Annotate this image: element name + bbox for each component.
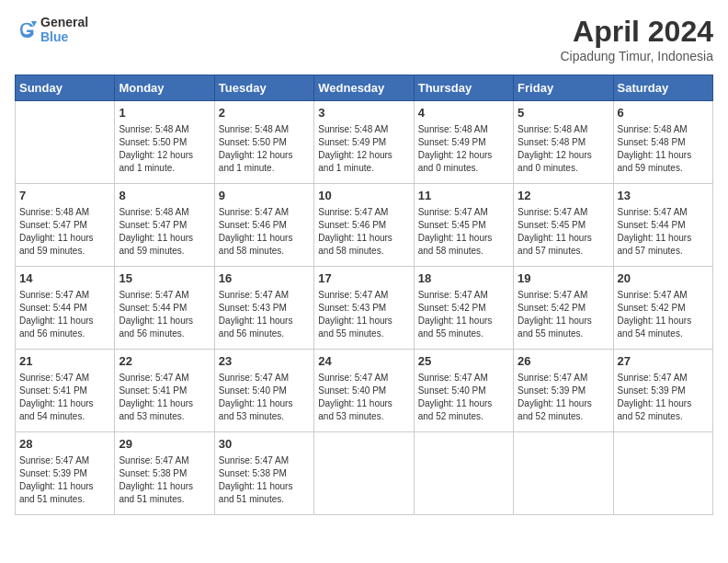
weekday-header-cell: Thursday (414, 75, 513, 101)
page-header: General Blue April 2024 Cipadung Timur, … (15, 15, 713, 63)
day-info: Sunrise: 5:48 AM Sunset: 5:49 PM Dayligh… (418, 123, 509, 175)
calendar-day-cell: 7Sunrise: 5:48 AM Sunset: 5:47 PM Daylig… (16, 184, 115, 267)
calendar-day-cell: 2Sunrise: 5:48 AM Sunset: 5:50 PM Daylig… (214, 101, 313, 184)
weekday-header-cell: Friday (514, 75, 613, 101)
day-number: 11 (418, 188, 509, 204)
calendar-table: SundayMondayTuesdayWednesdayThursdayFrid… (15, 75, 713, 515)
calendar-week-row: 1Sunrise: 5:48 AM Sunset: 5:50 PM Daylig… (16, 101, 713, 184)
calendar-day-cell: 26Sunrise: 5:47 AM Sunset: 5:39 PM Dayli… (514, 350, 613, 432)
location: Cipadung Timur, Indonesia (560, 49, 713, 63)
day-info: Sunrise: 5:48 AM Sunset: 5:49 PM Dayligh… (318, 123, 409, 175)
weekday-header-cell: Monday (115, 75, 214, 101)
weekday-header-cell: Wednesday (314, 75, 414, 101)
day-info: Sunrise: 5:47 AM Sunset: 5:46 PM Dayligh… (318, 206, 409, 258)
day-info: Sunrise: 5:47 AM Sunset: 5:43 PM Dayligh… (318, 289, 409, 340)
day-number: 4 (418, 105, 509, 121)
day-info: Sunrise: 5:47 AM Sunset: 5:41 PM Dayligh… (119, 372, 210, 423)
day-number: 30 (219, 436, 310, 453)
day-number: 18 (418, 270, 509, 287)
calendar-day-cell: 4Sunrise: 5:48 AM Sunset: 5:49 PM Daylig… (414, 101, 513, 184)
calendar-day-cell: 13Sunrise: 5:47 AM Sunset: 5:44 PM Dayli… (613, 184, 712, 267)
calendar-day-cell: 23Sunrise: 5:47 AM Sunset: 5:40 PM Dayli… (214, 350, 313, 432)
day-number: 25 (418, 353, 509, 370)
calendar-day-cell (613, 432, 712, 515)
calendar-day-cell: 3Sunrise: 5:48 AM Sunset: 5:49 PM Daylig… (314, 101, 414, 184)
calendar-day-cell: 27Sunrise: 5:47 AM Sunset: 5:39 PM Dayli… (613, 350, 712, 432)
day-info: Sunrise: 5:47 AM Sunset: 5:43 PM Dayligh… (219, 289, 310, 340)
day-number: 15 (119, 270, 210, 287)
day-number: 14 (19, 270, 110, 287)
day-number: 21 (19, 353, 110, 370)
day-number: 6 (618, 105, 709, 121)
day-info: Sunrise: 5:47 AM Sunset: 5:38 PM Dayligh… (119, 454, 210, 506)
calendar-day-cell: 10Sunrise: 5:47 AM Sunset: 5:46 PM Dayli… (314, 184, 414, 267)
day-number: 20 (618, 270, 709, 287)
calendar-day-cell: 1Sunrise: 5:48 AM Sunset: 5:50 PM Daylig… (115, 101, 214, 184)
day-info: Sunrise: 5:47 AM Sunset: 5:41 PM Dayligh… (19, 372, 110, 423)
day-info: Sunrise: 5:48 AM Sunset: 5:47 PM Dayligh… (119, 206, 210, 258)
calendar-day-cell: 15Sunrise: 5:47 AM Sunset: 5:44 PM Dayli… (115, 267, 214, 350)
day-number: 23 (219, 353, 310, 370)
calendar-day-cell: 19Sunrise: 5:47 AM Sunset: 5:42 PM Dayli… (514, 267, 613, 350)
calendar-day-cell: 22Sunrise: 5:47 AM Sunset: 5:41 PM Dayli… (115, 350, 214, 432)
calendar-day-cell: 24Sunrise: 5:47 AM Sunset: 5:40 PM Dayli… (314, 350, 414, 432)
day-info: Sunrise: 5:47 AM Sunset: 5:39 PM Dayligh… (518, 372, 609, 423)
day-number: 3 (318, 105, 409, 121)
logo-text: General Blue (40, 15, 88, 44)
day-number: 22 (119, 353, 210, 370)
day-number: 19 (518, 270, 609, 287)
day-number: 13 (618, 188, 709, 204)
day-number: 16 (219, 270, 310, 287)
day-number: 28 (19, 436, 110, 453)
day-info: Sunrise: 5:48 AM Sunset: 5:50 PM Dayligh… (119, 123, 210, 175)
calendar-day-cell: 14Sunrise: 5:47 AM Sunset: 5:44 PM Dayli… (16, 267, 115, 350)
calendar-week-row: 28Sunrise: 5:47 AM Sunset: 5:39 PM Dayli… (16, 432, 713, 515)
day-number: 10 (318, 188, 409, 204)
day-number: 26 (518, 353, 609, 370)
calendar-day-cell: 17Sunrise: 5:47 AM Sunset: 5:43 PM Dayli… (314, 267, 414, 350)
calendar-week-row: 21Sunrise: 5:47 AM Sunset: 5:41 PM Dayli… (16, 350, 713, 432)
day-info: Sunrise: 5:47 AM Sunset: 5:45 PM Dayligh… (418, 206, 509, 258)
weekday-header-cell: Sunday (16, 75, 115, 101)
day-info: Sunrise: 5:48 AM Sunset: 5:48 PM Dayligh… (518, 123, 609, 175)
calendar-day-cell: 30Sunrise: 5:47 AM Sunset: 5:38 PM Dayli… (214, 432, 313, 515)
day-info: Sunrise: 5:48 AM Sunset: 5:47 PM Dayligh… (19, 206, 110, 258)
logo-icon (15, 18, 37, 40)
day-info: Sunrise: 5:47 AM Sunset: 5:44 PM Dayligh… (119, 289, 210, 340)
day-info: Sunrise: 5:47 AM Sunset: 5:42 PM Dayligh… (518, 289, 609, 340)
day-info: Sunrise: 5:47 AM Sunset: 5:40 PM Dayligh… (219, 372, 310, 423)
day-info: Sunrise: 5:47 AM Sunset: 5:45 PM Dayligh… (518, 206, 609, 258)
day-number: 29 (119, 436, 210, 453)
day-info: Sunrise: 5:47 AM Sunset: 5:44 PM Dayligh… (618, 206, 709, 258)
day-info: Sunrise: 5:47 AM Sunset: 5:40 PM Dayligh… (318, 372, 409, 423)
day-info: Sunrise: 5:48 AM Sunset: 5:48 PM Dayligh… (618, 123, 709, 175)
calendar-day-cell: 16Sunrise: 5:47 AM Sunset: 5:43 PM Dayli… (214, 267, 313, 350)
day-info: Sunrise: 5:47 AM Sunset: 5:42 PM Dayligh… (618, 289, 709, 340)
month-title: April 2024 (560, 15, 713, 49)
weekday-header-row: SundayMondayTuesdayWednesdayThursdayFrid… (16, 75, 713, 101)
calendar-day-cell: 12Sunrise: 5:47 AM Sunset: 5:45 PM Dayli… (514, 184, 613, 267)
calendar-day-cell: 5Sunrise: 5:48 AM Sunset: 5:48 PM Daylig… (514, 101, 613, 184)
day-number: 24 (318, 353, 409, 370)
calendar-day-cell: 29Sunrise: 5:47 AM Sunset: 5:38 PM Dayli… (115, 432, 214, 515)
day-number: 7 (19, 188, 110, 204)
calendar-day-cell (414, 432, 513, 515)
weekday-header-cell: Tuesday (214, 75, 313, 101)
logo: General Blue (15, 15, 88, 44)
day-info: Sunrise: 5:47 AM Sunset: 5:39 PM Dayligh… (19, 454, 110, 506)
day-info: Sunrise: 5:47 AM Sunset: 5:46 PM Dayligh… (219, 206, 310, 258)
calendar-day-cell: 6Sunrise: 5:48 AM Sunset: 5:48 PM Daylig… (613, 101, 712, 184)
calendar-day-cell: 20Sunrise: 5:47 AM Sunset: 5:42 PM Dayli… (613, 267, 712, 350)
calendar-body: 1Sunrise: 5:48 AM Sunset: 5:50 PM Daylig… (16, 101, 713, 515)
day-info: Sunrise: 5:47 AM Sunset: 5:44 PM Dayligh… (19, 289, 110, 340)
calendar-day-cell: 11Sunrise: 5:47 AM Sunset: 5:45 PM Dayli… (414, 184, 513, 267)
weekday-header-cell: Saturday (613, 75, 712, 101)
day-info: Sunrise: 5:47 AM Sunset: 5:40 PM Dayligh… (418, 372, 509, 423)
title-block: April 2024 Cipadung Timur, Indonesia (560, 15, 713, 63)
day-info: Sunrise: 5:48 AM Sunset: 5:50 PM Dayligh… (219, 123, 310, 175)
day-number: 2 (219, 105, 310, 121)
calendar-day-cell: 21Sunrise: 5:47 AM Sunset: 5:41 PM Dayli… (16, 350, 115, 432)
calendar-day-cell (314, 432, 414, 515)
day-number: 12 (518, 188, 609, 204)
day-number: 27 (618, 353, 709, 370)
